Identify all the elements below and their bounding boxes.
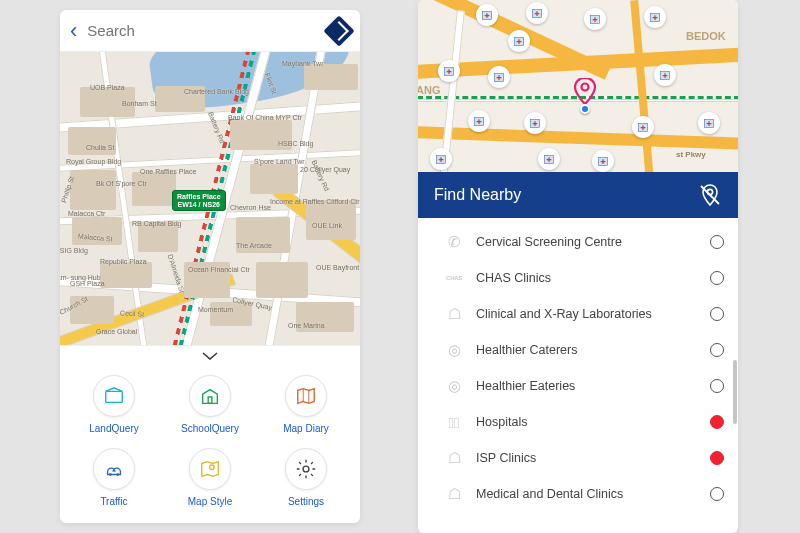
find-nearby-title: Find Nearby [434,186,521,204]
svg-point-4 [210,465,215,470]
phone-icon: ✆ [444,232,464,252]
poi-hospital-icon[interactable] [632,116,654,138]
map-road-label: st Pkwy [676,150,706,159]
map-label: HSBC Bldg [278,140,313,147]
tool-settings[interactable]: Settings [258,448,354,507]
mapstyle-icon [199,458,221,480]
map-label: Bk Of S'pore Ctr [96,180,147,187]
svg-point-21 [582,84,589,91]
map-label: Royal Group Bldg [66,158,121,165]
svg-rect-1 [208,397,212,403]
radio-icon[interactable] [710,235,724,249]
traffic-icon [103,458,125,480]
tool-label: Settings [288,496,324,507]
map-label: GSH Plaza [70,280,105,287]
map-label: OUE Link [312,222,342,229]
map-label: Ocean Financial Ctr [188,266,250,273]
map-label: Maybank Twr [282,60,324,67]
nearby-list[interactable]: ✆ Cervical Screening Centre CHAS CHAS Cl… [418,218,738,533]
clinic-icon: ☖ [444,484,464,504]
poi-hospital-icon[interactable] [488,66,510,88]
top-bar: ‹ [60,10,360,52]
map-label: Chartered Bank Bldg [184,88,249,95]
map-label: Battery Rd [311,159,331,192]
poi-hospital-icon[interactable] [438,60,460,82]
map-canvas-nearby[interactable]: ANG BEDOK st Pkwy [418,0,738,172]
tool-landquery[interactable]: LandQuery [66,375,162,434]
find-nearby-header: Find Nearby [418,172,738,218]
poi-hospital-icon[interactable] [592,150,614,172]
location-pin-icon [574,78,596,104]
poi-hospital-icon[interactable] [644,6,666,28]
app-logo-icon[interactable] [323,15,354,46]
poi-hospital-icon[interactable] [538,148,560,170]
map-canvas[interactable]: Raffles Place EW14 / NS26 Bonham St UOB … [60,52,360,345]
svg-rect-0 [106,391,123,402]
tool-mapstyle[interactable]: Map Style [162,448,258,507]
nearby-item-meddent[interactable]: ☖ Medical and Dental Clinics [418,476,738,512]
schoolquery-icon [199,385,221,407]
map-label: Bonham St [122,100,157,107]
scrollbar-thumb[interactable] [733,360,737,424]
poi-hospital-icon[interactable] [584,8,606,30]
poi-hospital-icon[interactable] [430,148,452,170]
poi-hospital-icon[interactable] [698,112,720,134]
poi-hospital-icon[interactable] [654,64,676,86]
tool-label: Traffic [100,496,127,507]
map-label: S'pore Land Twr [254,158,305,165]
radio-icon[interactable] [710,307,724,321]
svg-point-5 [303,466,309,472]
map-label: Momentum [198,306,233,313]
search-input[interactable] [87,22,318,39]
map-label: MSIG Bldg [60,247,88,254]
map-label: Republic Plaza [100,258,147,265]
location-off-icon[interactable] [698,183,722,207]
poi-hospital-icon[interactable] [476,4,498,26]
nearby-item-eateries[interactable]: ◎ Healthier Eateries [418,368,738,404]
chas-icon: CHAS [444,268,464,288]
map-area-label: ANG [418,84,440,96]
hospital-icon: �⃞ [444,412,464,432]
tools-grid: LandQuery SchoolQuery Map Diary Traffic … [60,365,360,523]
radio-icon[interactable] [710,379,724,393]
map-label: Malacca Ctr [68,210,105,217]
map-label: 20 Collyer Quay [300,166,350,173]
svg-point-3 [116,473,119,476]
mapdiary-icon [295,385,317,407]
tool-mapdiary[interactable]: Map Diary [258,375,354,434]
store-icon: ☖ [444,304,464,324]
nearby-item-isp[interactable]: ☖ ISP Clinics [418,440,738,476]
tool-traffic[interactable]: Traffic [66,448,162,507]
tool-schoolquery[interactable]: SchoolQuery [162,375,258,434]
nearby-item-hospitals[interactable]: �⃞ Hospitals [418,404,738,440]
poi-hospital-icon[interactable] [524,112,546,134]
radio-icon[interactable] [710,271,724,285]
map-label: Chulia St [86,144,114,151]
radio-icon[interactable] [710,343,724,357]
gear-icon [295,458,317,480]
tool-label: SchoolQuery [181,423,239,434]
tool-label: Map Style [188,496,232,507]
nearby-item-caterers[interactable]: ◎ Healthier Caterers [418,332,738,368]
drawer-handle[interactable] [60,345,360,365]
map-label: Sam- sung Hub [60,274,101,281]
radio-icon[interactable] [710,451,724,465]
radio-icon[interactable] [710,415,724,429]
map-label: Bank Of China MYP Ctr [228,114,302,121]
poi-hospital-icon[interactable] [468,110,490,132]
tool-label: LandQuery [89,423,138,434]
map-label: One Raffles Place [140,168,196,175]
radio-icon[interactable] [710,487,724,501]
nearby-item-chas[interactable]: CHAS CHAS Clinics [418,260,738,296]
mrt-station-badge[interactable]: Raffles Place EW14 / NS26 [172,190,226,211]
chevron-down-icon [202,351,218,361]
back-icon[interactable]: ‹ [70,18,77,44]
poi-hospital-icon[interactable] [508,30,530,52]
map-label: Grace Global [96,328,137,335]
map-label: Chevron Hse [230,204,271,211]
map-label: OUE Bayfront [316,264,359,271]
nearby-item-cervical[interactable]: ✆ Cervical Screening Centre [418,224,738,260]
poi-hospital-icon[interactable] [526,2,548,24]
phone-find-nearby: ANG BEDOK st Pkwy Find Nearby [418,0,738,533]
nearby-item-xray[interactable]: ☖ Clinical and X-Ray Laboratories [418,296,738,332]
